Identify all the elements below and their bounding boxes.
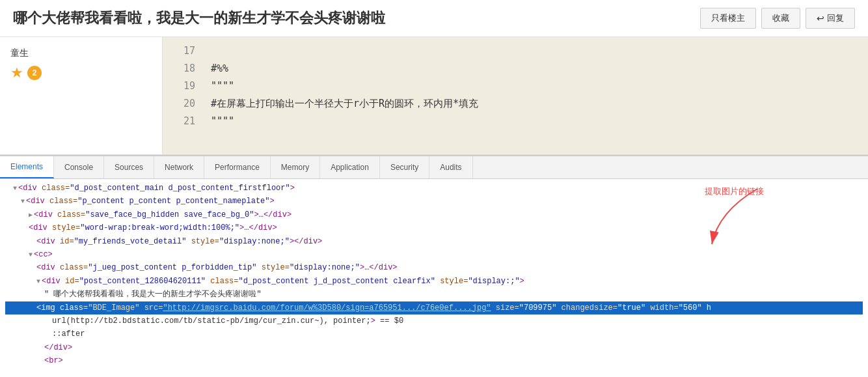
devtools-panel: Elements Console Sources Network Perform… — [0, 155, 868, 368]
only-author-button[interactable]: 只看楼主 — [700, 8, 756, 29]
tab-sources[interactable]: Sources — [104, 156, 154, 178]
code-image-area: 17 18 #%% 19 """" 20 #在屏幕上打印输出一个半径大于r小于R… — [163, 37, 868, 154]
code-line-19: 19 """" — [176, 77, 855, 95]
tab-performance[interactable]: Performance — [204, 156, 271, 178]
user-badge: ★ 2 — [10, 64, 42, 81]
tab-memory[interactable]: Memory — [271, 156, 320, 178]
devtools-content: 提取图片的链接 ▼<div class="d_post_content_main… — [0, 179, 868, 368]
post-section: 哪个大佬帮我看看啦，我是大一的新生才学不会头疼谢谢啦 只看楼主 收藏 ↩ 回复 … — [0, 0, 868, 155]
html-line-7: <div class="j_ueg_post_content p_forbidd… — [5, 261, 863, 274]
tab-elements[interactable]: Elements — [0, 156, 54, 178]
devtools-tabs: Elements Console Sources Network Perform… — [0, 156, 868, 179]
post-content-area: 童生 ★ 2 17 18 #%% 19 """" 20 #在屏幕上打印输出一个半… — [0, 37, 868, 154]
code-line-21: 21 """" — [176, 113, 855, 130]
html-line-12: </div> — [5, 341, 863, 354]
badge-star-icon: ★ — [10, 64, 23, 81]
html-line-9: " 哪个大佬帮我看看啦，我是大一的新生才学不会头疼谢谢啦" — [5, 288, 863, 301]
user-info: 童生 ★ 2 — [0, 37, 163, 154]
code-line-20: 20 #在屏幕上打印输出一个半径大于r小于R的圆环，环内用*填充 — [176, 95, 855, 113]
html-line-11: ::after — [5, 328, 863, 341]
tab-audits[interactable]: Audits — [429, 156, 472, 178]
html-line-10: url(http://tb2.bdstatic.com/tb/static-pb… — [5, 314, 863, 328]
html-line-8: ▼<div id="post_content_128604620111" cla… — [5, 275, 863, 288]
tab-network[interactable]: Network — [154, 156, 204, 178]
code-line-17: 17 — [176, 42, 855, 60]
post-title: 哪个大佬帮我看看啦，我是大一的新生才学不会头疼谢谢啦 — [13, 8, 385, 28]
tab-application[interactable]: Application — [320, 156, 380, 178]
reply-icon: ↩ — [817, 13, 824, 23]
annotation-arrow — [692, 186, 770, 251]
reply-label: 回复 — [827, 12, 844, 24]
code-line-18: 18 #%% — [176, 60, 855, 77]
html-line-13: <br> — [5, 354, 863, 367]
post-actions: 只看楼主 收藏 ↩ 回复 — [700, 8, 855, 29]
reply-button[interactable]: ↩ 回复 — [806, 8, 855, 29]
html-line-highlighted[interactable]: <img class="BDE_Image" src="http://imgsr… — [5, 301, 863, 314]
code-content: 17 18 #%% 19 """" 20 #在屏幕上打印输出一个半径大于r小于R… — [163, 37, 868, 135]
user-name: 童生 — [10, 48, 29, 59]
tab-security[interactable]: Security — [380, 156, 429, 178]
tab-console[interactable]: Console — [54, 156, 104, 178]
badge-number: 2 — [27, 66, 42, 80]
collect-button[interactable]: 收藏 — [761, 8, 800, 29]
post-header: 哪个大佬帮我看看啦，我是大一的新生才学不会头疼谢谢啦 只看楼主 收藏 ↩ 回复 — [0, 0, 868, 37]
